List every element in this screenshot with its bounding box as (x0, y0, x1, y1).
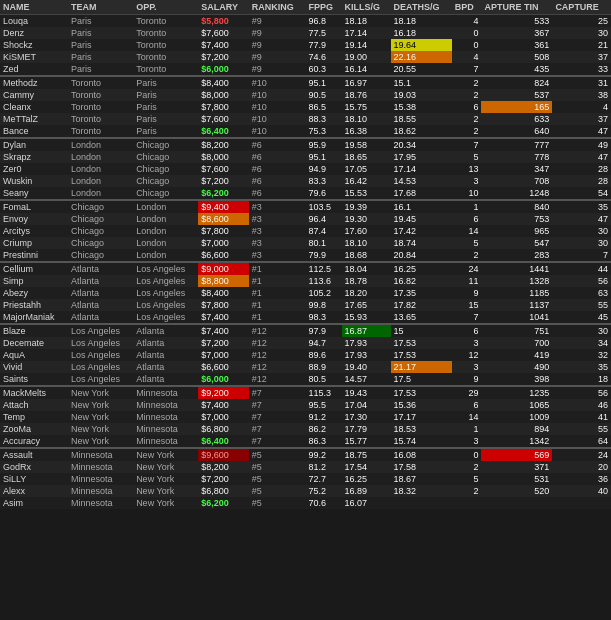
table-row[interactable]: CriumpChicagoLondon$7,000#380.118.1018.7… (0, 237, 611, 249)
table-row[interactable]: KiSMETParisToronto$7,200#974.619.0022.16… (0, 51, 611, 63)
table-row[interactable]: MethodzTorontoParis$8,400#1095.116.9715.… (0, 76, 611, 89)
cell-capture: 55 (552, 423, 611, 435)
cell-name: Blaze (0, 324, 68, 337)
cell-capture: 47 (552, 213, 611, 225)
col-header-team: TEAM (68, 0, 133, 15)
cell-apture-tin: 520 (481, 485, 552, 497)
table-row[interactable]: AlexxMinnesotaNew York$6,800#575.216.891… (0, 485, 611, 497)
cell-team: Los Angeles (68, 349, 133, 361)
cell-kills-g: 16.87 (342, 324, 391, 337)
table-row[interactable]: AsimMinnesotaNew York$6,200#570.616.07 (0, 497, 611, 509)
table-row[interactable]: LouqaParisToronto$5,800#996.818.1818.184… (0, 15, 611, 28)
cell-kills-g: 17.05 (342, 163, 391, 175)
cell-bpd: 2 (452, 485, 482, 497)
cell-bpd: 2 (452, 76, 482, 89)
table-row[interactable]: DecemateLos AngelesAtlanta$7,200#1294.71… (0, 337, 611, 349)
table-row[interactable]: AttachNew YorkMinnesota$7,400#795.517.04… (0, 399, 611, 411)
cell-deaths-g: 16.82 (391, 275, 452, 287)
cell-kills-g: 19.00 (342, 51, 391, 63)
cell-team: Chicago (68, 237, 133, 249)
table-row[interactable]: MajorManiakAtlantaLos Angeles$7,400#198.… (0, 311, 611, 324)
cell-kills-g: 16.25 (342, 473, 391, 485)
table-row[interactable]: SimpAtlantaLos Angeles$8,800#1113.618.78… (0, 275, 611, 287)
cell-salary: $6,200 (198, 497, 248, 509)
cell-fppg: 112.5 (305, 262, 341, 275)
col-header-opp-: OPP. (133, 0, 198, 15)
table-row[interactable]: EnvoyChicagoLondon$8,600#396.419.3019.45… (0, 213, 611, 225)
table-row[interactable]: SeanyLondonChicago$6,200#679.615.5317.68… (0, 187, 611, 200)
table-row[interactable]: PriestahhAtlantaLos Angeles$7,800#199.81… (0, 299, 611, 311)
cell-opp-: Paris (133, 125, 198, 138)
cell-bpd: 0 (452, 27, 482, 39)
col-header-capture: CAPTURE (552, 0, 611, 15)
cell-apture-tin: 165 (481, 101, 552, 113)
cell-bpd: 6 (452, 213, 482, 225)
table-row[interactable]: DenzParisToronto$7,600#977.517.1416.1803… (0, 27, 611, 39)
cell-deaths-g: 18.67 (391, 473, 452, 485)
table-row[interactable]: ZedParisToronto$6,000#960.316.1420.55743… (0, 63, 611, 76)
table-row[interactable]: SaintsLos AngelesAtlanta$6,000#1280.514.… (0, 373, 611, 386)
cell-salary: $6,400 (198, 125, 248, 138)
cell-ranking: #1 (249, 299, 306, 311)
cell-bpd: 15 (452, 299, 482, 311)
table-row[interactable]: ShockzParisToronto$7,400#977.919.1419.64… (0, 39, 611, 51)
cell-fppg: 74.6 (305, 51, 341, 63)
cell-salary: $6,200 (198, 187, 248, 200)
table-row[interactable]: AccuracyNew YorkMinnesota$6,400#786.315.… (0, 435, 611, 448)
cell-kills-g: 14.57 (342, 373, 391, 386)
table-row[interactable]: Zer0LondonChicago$7,600#694.917.0517.141… (0, 163, 611, 175)
cell-salary: $6,800 (198, 485, 248, 497)
cell-apture-tin: 1041 (481, 311, 552, 324)
cell-apture-tin: 894 (481, 423, 552, 435)
cell-apture-tin: 1248 (481, 187, 552, 200)
table-row[interactable]: SkrapzLondonChicago$8,000#695.118.6517.9… (0, 151, 611, 163)
cell-kills-g: 16.07 (342, 497, 391, 509)
cell-capture (552, 497, 611, 509)
table-row[interactable]: VividLos AngelesAtlanta$6,600#1288.919.4… (0, 361, 611, 373)
table-row[interactable]: PrestinniChicagoLondon$6,600#379.918.682… (0, 249, 611, 262)
table-row[interactable]: ArcitysChicagoLondon$7,800#387.417.6017.… (0, 225, 611, 237)
cell-deaths-g: 18.53 (391, 423, 452, 435)
cell-fppg: 75.2 (305, 485, 341, 497)
cell-deaths-g: 19.45 (391, 213, 452, 225)
cell-deaths-g: 17.82 (391, 299, 452, 311)
cell-salary: $7,400 (198, 399, 248, 411)
cell-team: New York (68, 423, 133, 435)
cell-capture: 25 (552, 15, 611, 28)
table-row[interactable]: CelliumAtlantaLos Angeles$9,000#1112.518… (0, 262, 611, 275)
cell-bpd: 7 (452, 138, 482, 151)
cell-deaths-g: 17.53 (391, 349, 452, 361)
table-row[interactable]: MackMeltsNew YorkMinnesota$9,200#7115.31… (0, 386, 611, 399)
cell-ranking: #9 (249, 51, 306, 63)
cell-deaths-g: 17.53 (391, 337, 452, 349)
table-row[interactable]: CammyTorontoParis$8,000#1090.518.7619.03… (0, 89, 611, 101)
cell-apture-tin: 533 (481, 15, 552, 28)
cell-apture-tin: 1441 (481, 262, 552, 275)
cell-name: Decemate (0, 337, 68, 349)
table-row[interactable]: BlazeLos AngelesAtlanta$7,400#1297.916.8… (0, 324, 611, 337)
cell-salary: $6,600 (198, 361, 248, 373)
table-row[interactable]: SiLLYMinnesotaNew York$7,200#572.716.251… (0, 473, 611, 485)
table-row[interactable]: WuskinLondonChicago$7,200#683.316.4214.5… (0, 175, 611, 187)
table-row[interactable]: TempNew YorkMinnesota$7,000#791.217.3017… (0, 411, 611, 423)
cell-team: Minnesota (68, 485, 133, 497)
table-row[interactable]: BanceTorontoParis$6,400#1075.316.3818.62… (0, 125, 611, 138)
cell-bpd: 2 (452, 113, 482, 125)
cell-salary: $6,000 (198, 63, 248, 76)
cell-kills-g: 18.20 (342, 287, 391, 299)
table-row[interactable]: AquALos AngelesAtlanta$7,000#1289.617.93… (0, 349, 611, 361)
cell-name: Bance (0, 125, 68, 138)
table-row[interactable]: MeTTalZTorontoParis$7,600#1088.318.1018.… (0, 113, 611, 125)
table-row[interactable]: DylanLondonChicago$8,200#695.919.5820.34… (0, 138, 611, 151)
cell-apture-tin: 1185 (481, 287, 552, 299)
cell-bpd: 12 (452, 349, 482, 361)
table-row[interactable]: FomaLChicagoLondon$9,400#3103.519.3916.1… (0, 200, 611, 213)
table-row[interactable]: CleanxTorontoParis$7,800#1086.515.7515.3… (0, 101, 611, 113)
table-row[interactable]: AbezyAtlantaLos Angeles$8,400#1105.218.2… (0, 287, 611, 299)
table-row[interactable]: GodRxMinnesotaNew York$8,200#581.217.541… (0, 461, 611, 473)
cell-fppg: 94.7 (305, 337, 341, 349)
table-row[interactable]: ZooMaNew YorkMinnesota$6,800#786.217.791… (0, 423, 611, 435)
col-header-fppg: FPPG (305, 0, 341, 15)
cell-opp-: London (133, 237, 198, 249)
table-row[interactable]: AssaultMinnesotaNew York$9,600#599.218.7… (0, 448, 611, 461)
